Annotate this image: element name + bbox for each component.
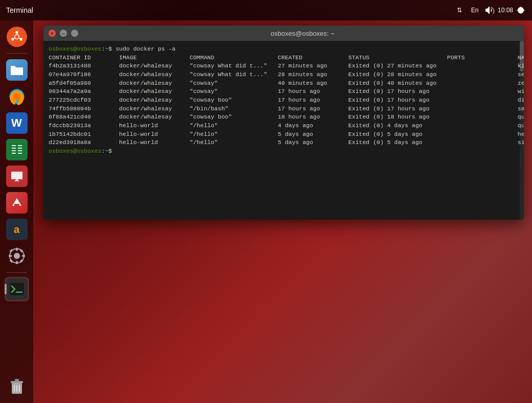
svg-rect-13 bbox=[12, 148, 16, 149]
system-config-icon bbox=[6, 245, 28, 267]
settings-icon[interactable] bbox=[516, 5, 526, 15]
sidebar-item-writer[interactable]: W bbox=[5, 111, 29, 135]
sidebar: W bbox=[0, 20, 33, 403]
svg-rect-11 bbox=[12, 145, 16, 146]
svg-rect-22 bbox=[16, 179, 18, 181]
sidebar-divider-1 bbox=[7, 53, 27, 54]
active-indicator bbox=[5, 284, 7, 294]
svg-rect-27 bbox=[16, 261, 18, 264]
close-button[interactable]: × bbox=[49, 30, 56, 37]
appstore-icon bbox=[6, 192, 28, 214]
svg-rect-17 bbox=[12, 153, 16, 154]
svg-point-9 bbox=[13, 92, 20, 100]
scrollbar-thumb[interactable] bbox=[520, 41, 524, 72]
terminal-icon bbox=[6, 278, 28, 300]
svg-rect-18 bbox=[18, 153, 22, 154]
svg-rect-12 bbox=[18, 145, 22, 146]
volume-icon[interactable] bbox=[485, 5, 495, 15]
svg-rect-32 bbox=[9, 259, 13, 263]
sidebar-item-calc[interactable] bbox=[5, 137, 29, 162]
sidebar-divider-2 bbox=[7, 272, 27, 273]
terminal-content[interactable]: osboxes@osboxes:~$ sudo docker ps -a CON… bbox=[43, 41, 524, 220]
ubuntu-icon bbox=[7, 27, 27, 47]
svg-rect-14 bbox=[18, 148, 22, 149]
svg-rect-20 bbox=[11, 172, 22, 179]
sidebar-item-amazon[interactable]: a bbox=[5, 217, 29, 242]
calc-icon bbox=[6, 139, 28, 160]
sidebar-item-ubuntu[interactable] bbox=[5, 25, 29, 49]
terminal-window: × – osboxes@osboxes: ~ osboxes@osboxes:~… bbox=[43, 26, 524, 220]
trash-icon bbox=[6, 376, 28, 397]
svg-line-7 bbox=[19, 38, 20, 38]
svg-rect-30 bbox=[9, 249, 13, 252]
svg-rect-29 bbox=[22, 255, 25, 257]
firefox-icon bbox=[6, 86, 28, 107]
svg-rect-34 bbox=[10, 283, 24, 295]
svg-rect-28 bbox=[9, 255, 12, 257]
svg-rect-23 bbox=[14, 204, 19, 206]
sidebar-item-appstore[interactable] bbox=[5, 191, 29, 215]
svg-rect-26 bbox=[16, 248, 18, 251]
writer-icon: W bbox=[6, 112, 28, 134]
clock: 10:08 bbox=[500, 5, 511, 15]
system-tray: ⇅ En 10:08 bbox=[454, 5, 526, 15]
keyboard-icon: ⇅ bbox=[454, 5, 465, 15]
amazon-icon: a bbox=[6, 219, 28, 240]
sidebar-item-terminal[interactable] bbox=[5, 277, 29, 301]
sidebar-item-files[interactable] bbox=[5, 58, 29, 82]
sidebar-item-system-config[interactable] bbox=[5, 244, 29, 268]
sidebar-item-firefox[interactable] bbox=[5, 84, 29, 109]
sidebar-item-impress[interactable] bbox=[5, 164, 29, 188]
impress-icon bbox=[6, 165, 28, 187]
svg-rect-38 bbox=[15, 379, 19, 381]
minimize-button[interactable]: – bbox=[60, 30, 67, 37]
svg-point-25 bbox=[14, 253, 20, 259]
app-title: Terminal bbox=[6, 6, 33, 14]
svg-rect-10 bbox=[10, 142, 24, 156]
terminal-window-title: osboxes@osboxes: ~ bbox=[86, 30, 519, 37]
svg-rect-15 bbox=[12, 150, 16, 151]
files-icon bbox=[6, 59, 28, 81]
lang-indicator[interactable]: En bbox=[470, 5, 480, 15]
svg-rect-37 bbox=[11, 381, 23, 383]
terminal-scrollbar[interactable] bbox=[520, 41, 524, 220]
svg-rect-16 bbox=[18, 150, 22, 151]
terminal-titlebar: × – osboxes@osboxes: ~ bbox=[43, 26, 524, 41]
maximize-button[interactable] bbox=[71, 30, 78, 37]
top-bar: Terminal ⇅ En 10:08 bbox=[0, 0, 532, 20]
svg-line-6 bbox=[14, 38, 15, 38]
sidebar-item-trash[interactable] bbox=[5, 374, 29, 399]
svg-point-1 bbox=[15, 31, 18, 34]
